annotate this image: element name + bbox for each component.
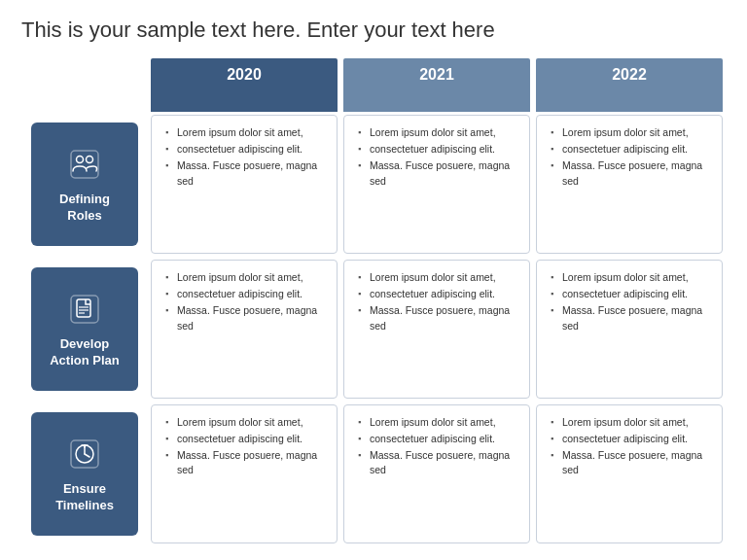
row-label-ensure-timelines-text: EnsureTimelines — [55, 481, 114, 514]
list-item: consectetuer adipiscing elit. — [358, 432, 519, 447]
document-icon — [65, 290, 104, 329]
list-item: Massa. Fusce posuere, magna sed — [551, 303, 712, 334]
list-item: Massa. Fusce posuere, magna sed — [551, 448, 712, 479]
svg-point-1 — [77, 156, 84, 162]
list-item: Lorem ipsum dolor sit amet, — [551, 125, 712, 141]
list-item: consectetuer adipiscing elit. — [551, 432, 712, 447]
cell-ensure-2021[interactable]: Lorem ipsum dolor sit amet, consectetuer… — [343, 404, 530, 543]
row-label-defining-roles: DefiningRoles — [21, 115, 148, 254]
list-item: Lorem ipsum dolor sit amet, — [165, 125, 327, 141]
list-item: consectetuer adipiscing elit. — [358, 142, 519, 158]
cell-develop-2021[interactable]: Lorem ipsum dolor sit amet, consectetuer… — [343, 260, 530, 399]
page-title[interactable]: This is your sample text here. Enter you… — [21, 18, 726, 43]
list-item: Massa. Fusce posuere, magna sed — [358, 158, 519, 190]
cell-develop-2020[interactable]: Lorem ipsum dolor sit amet, consectetuer… — [151, 260, 338, 399]
list-item: consectetuer adipiscing elit. — [165, 287, 327, 302]
list-item: consectetuer adipiscing elit. — [165, 432, 327, 447]
year-header-2020: 2020 — [151, 58, 338, 112]
row-label-defining-roles-text: DefiningRoles — [59, 192, 110, 225]
row-label-develop-action-plan-text: DevelopAction Plan — [50, 336, 120, 369]
list-item: Massa. Fusce posuere, magna sed — [165, 303, 327, 334]
list-item: Lorem ipsum dolor sit amet, — [551, 270, 712, 286]
cell-ensure-2022[interactable]: Lorem ipsum dolor sit amet, consectetuer… — [536, 404, 723, 543]
clock-icon — [65, 435, 104, 473]
list-item: Lorem ipsum dolor sit amet, — [165, 270, 327, 286]
list-item: Massa. Fusce posuere, magna sed — [551, 158, 712, 190]
row-label-ensure-timelines: EnsureTimelines — [21, 404, 148, 543]
svg-rect-4 — [77, 299, 90, 317]
list-item: Lorem ipsum dolor sit amet, — [358, 270, 519, 286]
corner-cell — [21, 58, 148, 112]
cell-defining-2020[interactable]: Lorem ipsum dolor sit amet, consectetuer… — [151, 115, 338, 254]
list-item: consectetuer adipiscing elit. — [165, 142, 327, 158]
svg-point-2 — [87, 156, 93, 162]
list-item: consectetuer adipiscing elit. — [551, 142, 712, 158]
list-item: Lorem ipsum dolor sit amet, — [165, 415, 327, 431]
people-icon — [65, 145, 104, 184]
list-item: Lorem ipsum dolor sit amet, — [551, 415, 712, 431]
list-item: Massa. Fusce posuere, magna sed — [165, 448, 327, 479]
list-item: Massa. Fusce posuere, magna sed — [358, 303, 519, 334]
list-item: Lorem ipsum dolor sit amet, — [358, 415, 519, 431]
year-header-2021: 2021 — [343, 58, 530, 112]
page: This is your sample text here. Enter you… — [0, 0, 747, 560]
row-label-develop-action-plan: DevelopAction Plan — [21, 260, 148, 399]
list-item: Massa. Fusce posuere, magna sed — [358, 448, 519, 479]
list-item: Lorem ipsum dolor sit amet, — [358, 125, 519, 141]
cell-defining-2022[interactable]: Lorem ipsum dolor sit amet, consectetuer… — [536, 115, 723, 254]
cell-develop-2022[interactable]: Lorem ipsum dolor sit amet, consectetuer… — [536, 260, 723, 399]
svg-rect-0 — [71, 151, 98, 178]
year-header-2022: 2022 — [536, 58, 723, 112]
main-grid: 2020 2021 2022 DefiningRoles — [21, 58, 726, 546]
svg-line-11 — [85, 454, 89, 457]
list-item: Massa. Fusce posuere, magna sed — [165, 158, 327, 190]
cell-defining-2021[interactable]: Lorem ipsum dolor sit amet, consectetuer… — [343, 115, 530, 254]
cell-ensure-2020[interactable]: Lorem ipsum dolor sit amet, consectetuer… — [151, 404, 338, 543]
list-item: consectetuer adipiscing elit. — [551, 287, 712, 302]
list-item: consectetuer adipiscing elit. — [358, 287, 519, 302]
